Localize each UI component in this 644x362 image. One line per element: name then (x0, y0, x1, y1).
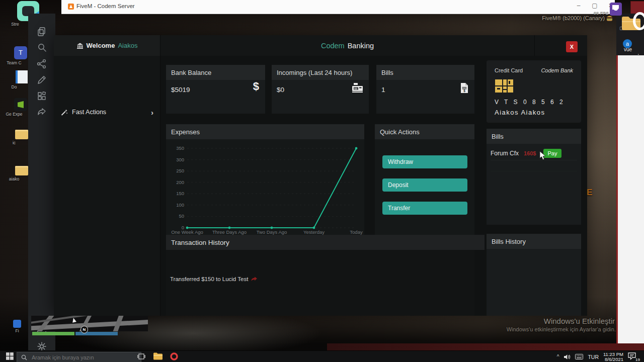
share-arrow-icon[interactable] (36, 107, 47, 118)
clock-time: 11:23 PM (603, 352, 623, 357)
svg-text:Three Days Ago: Three Days Ago (212, 229, 247, 235)
taskbar: ^ TUR 11:23 PM 8/6/2021 19 (0, 350, 644, 362)
design-pen-icon[interactable] (36, 74, 47, 85)
health-bar (32, 332, 74, 335)
twitch-icon[interactable] (610, 3, 622, 16)
desktop-icon-label: Ge Expe (0, 112, 28, 117)
card-number: V T S 0 8 5 6 2 (495, 99, 565, 106)
svg-text:Two Days Ago: Two Days Ago (257, 229, 287, 235)
blocks-icon[interactable] (36, 90, 47, 102)
title-rest: Banking (348, 42, 374, 50)
withdraw-button[interactable]: Withdraw (382, 155, 467, 168)
copy-icon[interactable] (36, 26, 47, 37)
stat-value: $5019 (171, 86, 190, 94)
fast-actions-item[interactable]: Fast Actions › (60, 105, 153, 119)
taskbar-search[interactable] (17, 352, 141, 362)
window-maximize-button[interactable]: ▢ (590, 2, 600, 9)
bill-name: Forum Cfx (491, 150, 519, 157)
desktop-icon-label: Fi (7, 328, 27, 333)
banking-header-title: Codem Banking (160, 35, 535, 56)
bills-history-title: Bills History (487, 234, 581, 249)
transfer-button[interactable]: Transfer (382, 202, 467, 215)
dollar-icon: $ (253, 80, 259, 93)
svg-text:Yesterday: Yesterday (303, 229, 325, 235)
notification-count: 19 (635, 357, 640, 362)
tray-chevron[interactable]: ^ (557, 354, 559, 359)
bills-title: Bills (487, 129, 581, 144)
activation-watermark-title: Windows'u Etkinleştir (544, 317, 615, 325)
svg-text:250: 250 (176, 168, 184, 173)
title-brand: Codem (321, 42, 345, 50)
search-input[interactable] (31, 354, 123, 361)
maroon-window-strip (327, 343, 644, 350)
fivem-icon (67, 3, 74, 10)
credit-card-panel: Credit Card Codem Bank V T S 0 8 5 6 2 A… (487, 60, 581, 123)
desktop-icon-label: ic (1, 140, 27, 145)
svg-text:300: 300 (176, 157, 184, 162)
bills-history-panel: Bills History (487, 234, 581, 316)
file-explorer-icon[interactable] (153, 352, 163, 361)
overlay-sidebar (28, 14, 55, 362)
quick-actions-card: Quick Actions Withdraw Deposit Transfer (375, 124, 474, 235)
interact-key-prompt: E (587, 188, 592, 198)
welcome-text: Welcome (87, 42, 115, 49)
desktop-icon-geforce[interactable] (14, 98, 27, 111)
banking-window: Welcome Aiakos Codem Banking X Fast Acti… (54, 35, 587, 316)
browser-tab-title[interactable]: FiveM - Codem Server (76, 3, 135, 9)
mouse-cursor (539, 151, 547, 160)
transfer-arrow-icon (251, 277, 258, 282)
browser-tab-strip[interactable]: FiveM - Codem Server – ▢ ✕ (61, 0, 615, 14)
desktop-icon-doc[interactable] (16, 70, 28, 83)
stat-title: Bank Balance (166, 65, 265, 80)
svg-text:200: 200 (176, 179, 184, 185)
share-nodes-icon[interactable] (36, 58, 47, 69)
close-button[interactable]: X (566, 41, 578, 52)
bill-row: Forum Cfx 160$ Pay (491, 147, 577, 160)
desktop-icon-fi[interactable] (13, 320, 21, 328)
keyboard-tray-icon[interactable] (575, 354, 583, 359)
player-marker (71, 317, 76, 323)
desktop-icon-teams[interactable]: T (14, 46, 27, 59)
window-minimize-button[interactable]: – (574, 2, 584, 9)
desktop-folder-icon[interactable] (15, 130, 28, 139)
desktop-folder-icon[interactable] (15, 166, 28, 175)
activation-watermark-subtitle: Windows'u etkinleştirmek için Ayarlar'a … (507, 326, 616, 332)
stat-card-incomings: Incomings (Last 24 hours) $0 (272, 65, 369, 114)
minimap: N (31, 316, 162, 336)
desktop-icon-label: Stre (2, 22, 28, 27)
task-view-icon[interactable] (137, 352, 146, 361)
bill-row-divider (491, 160, 577, 171)
speaker-icon[interactable] (564, 354, 571, 360)
desktop-icon-label: aiako (1, 176, 27, 182)
svg-text:100: 100 (176, 202, 184, 208)
screen: Stre T Team C Do Ge Expe ic aiako Fi Fiv… (0, 0, 644, 362)
start-button[interactable] (6, 352, 15, 361)
bank-icon (76, 42, 84, 49)
transaction-history-body: Transferred $150 to Lucid Test (166, 250, 474, 316)
stat-value: 1 (381, 86, 385, 94)
credit-card-label: Credit Card (495, 67, 523, 73)
expenses-card: Expenses 050100150200250300350One Week A… (166, 124, 364, 235)
stat-card-bills: Bills 1 $ (376, 65, 474, 114)
bill-amount: 160$ (524, 150, 536, 156)
vue-folder-label: vue (624, 47, 632, 52)
chevron-right-icon: › (151, 108, 153, 117)
svg-text:150: 150 (176, 191, 184, 196)
card-chip-icon (495, 79, 513, 94)
quick-actions-title: Quick Actions (375, 124, 474, 139)
credit-card-bank-name: Codem Bank (541, 67, 573, 73)
language-indicator[interactable]: TUR (588, 354, 599, 360)
search-icon[interactable] (36, 42, 47, 53)
stat-title: Incomings (Last 24 hours) (272, 65, 369, 80)
opera-icon[interactable] (170, 352, 179, 361)
svg-text:Today: Today (350, 229, 363, 235)
transaction-entry: Transferred $150 to Lucid Test (170, 276, 258, 282)
svg-text:50: 50 (179, 213, 184, 219)
deposit-button[interactable]: Deposit (382, 178, 467, 192)
transaction-history-title: Transaction History (166, 235, 485, 250)
bills-panel: Bills Forum Cfx 160$ Pay (487, 129, 581, 225)
burger-icon (606, 15, 613, 21)
banking-header-right (535, 35, 587, 56)
svg-text:$: $ (463, 89, 465, 93)
taskbar-clock[interactable]: 11:23 PM 8/6/2021 (603, 352, 623, 362)
